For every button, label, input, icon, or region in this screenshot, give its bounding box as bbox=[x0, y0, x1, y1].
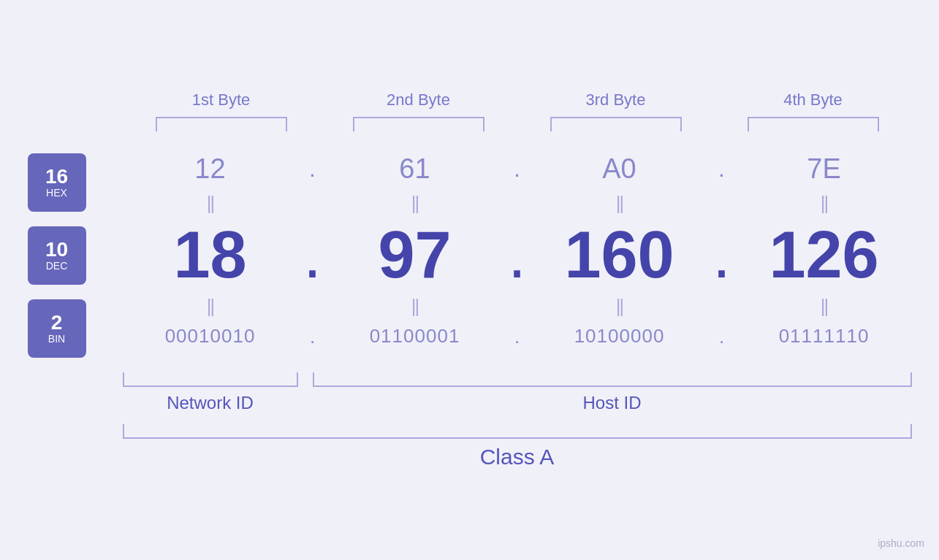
watermark: ipshu.com bbox=[878, 537, 924, 549]
bin-val-2: 01100001 bbox=[327, 325, 503, 348]
bin-row: 00010010 . 01100001 . 10100000 . 0111111… bbox=[123, 318, 912, 355]
main-grid: 16 HEX 10 DEC 2 BIN 12 . 61 bbox=[28, 146, 912, 365]
hex-badge: 16 HEX bbox=[28, 153, 86, 212]
class-section: Class A bbox=[123, 424, 912, 469]
dec-dot-3: . bbox=[707, 222, 737, 288]
main-container: 1st Byte 2nd Byte 3rd Byte 4th Byte 16 H… bbox=[0, 0, 939, 560]
bin-badge-number: 2 bbox=[51, 312, 63, 333]
dec-val-3: 160 bbox=[532, 222, 707, 288]
bottom-brackets-area: Network ID Host ID bbox=[123, 372, 912, 413]
bracket-shape-2 bbox=[353, 117, 484, 131]
bin-dot-3: . bbox=[707, 327, 737, 346]
equals-row-1: || || || || bbox=[123, 192, 912, 215]
hex-val-1: 12 bbox=[123, 153, 298, 185]
top-bracket-4 bbox=[715, 117, 912, 131]
hex-val-3: A0 bbox=[532, 153, 707, 185]
byte3-header: 3rd Byte bbox=[517, 91, 715, 110]
bin-val-3: 10100000 bbox=[532, 325, 707, 348]
top-brackets-row bbox=[123, 117, 912, 131]
hex-dot-1: . bbox=[298, 156, 327, 183]
dec-val-2: 97 bbox=[327, 222, 503, 288]
dec-badge-name: DEC bbox=[46, 260, 68, 272]
network-id-label: Network ID bbox=[123, 393, 298, 413]
hex-val-2: 61 bbox=[327, 153, 503, 185]
dec-badge-number: 10 bbox=[45, 239, 68, 260]
dec-dot-2: . bbox=[503, 222, 532, 288]
byte2-header: 2nd Byte bbox=[320, 91, 517, 110]
hex-val-4: 7E bbox=[737, 153, 912, 185]
dec-dot-1: . bbox=[298, 222, 327, 288]
dec-val-1: 18 bbox=[123, 222, 298, 288]
eq2-3: || bbox=[532, 295, 707, 318]
hex-badge-number: 16 bbox=[45, 166, 68, 187]
equals-row-2: || || || || bbox=[123, 295, 912, 318]
bin-badge-name: BIN bbox=[48, 333, 65, 345]
values-area: 12 . 61 . A0 . 7E || || bbox=[123, 146, 912, 365]
byte1-header: 1st Byte bbox=[123, 91, 320, 110]
eq2-1: || bbox=[123, 295, 298, 318]
eq2-2: || bbox=[327, 295, 503, 318]
class-bracket bbox=[123, 424, 912, 439]
byte4-header: 4th Byte bbox=[715, 91, 912, 110]
id-labels-row: Network ID Host ID bbox=[123, 393, 912, 413]
dec-badge: 10 DEC bbox=[28, 226, 86, 285]
eq2-4: || bbox=[737, 295, 912, 318]
top-bracket-1 bbox=[123, 117, 320, 131]
bin-dot-1: . bbox=[298, 327, 327, 346]
bracket-shape-1 bbox=[156, 117, 287, 131]
bin-dot-2: . bbox=[503, 327, 532, 346]
eq1-3: || bbox=[532, 192, 707, 215]
eq1-4: || bbox=[737, 192, 912, 215]
bin-val-1: 00010010 bbox=[123, 325, 298, 348]
class-label: Class A bbox=[123, 445, 912, 469]
base-labels-column: 16 HEX 10 DEC 2 BIN bbox=[28, 146, 123, 365]
host-id-label: Host ID bbox=[313, 393, 912, 413]
hex-dot-2: . bbox=[503, 156, 532, 183]
network-bracket bbox=[123, 372, 298, 387]
eq1-2: || bbox=[327, 192, 503, 215]
top-bracket-3 bbox=[517, 117, 715, 131]
bin-badge: 2 BIN bbox=[28, 299, 86, 358]
bottom-brackets-row bbox=[123, 372, 912, 387]
dec-val-4: 126 bbox=[737, 222, 912, 288]
bracket-shape-3 bbox=[550, 117, 682, 131]
bracket-shape-4 bbox=[748, 117, 879, 131]
byte-headers-row: 1st Byte 2nd Byte 3rd Byte 4th Byte bbox=[123, 91, 912, 110]
hex-dot-3: . bbox=[707, 156, 737, 183]
hex-row: 12 . 61 . A0 . 7E bbox=[123, 146, 912, 192]
host-bracket bbox=[313, 372, 912, 387]
dec-row: 18 . 97 . 160 . 126 bbox=[123, 215, 912, 295]
eq1-1: || bbox=[123, 192, 298, 215]
bin-val-4: 01111110 bbox=[737, 325, 912, 348]
hex-badge-name: HEX bbox=[46, 187, 67, 199]
top-bracket-2 bbox=[320, 117, 517, 131]
